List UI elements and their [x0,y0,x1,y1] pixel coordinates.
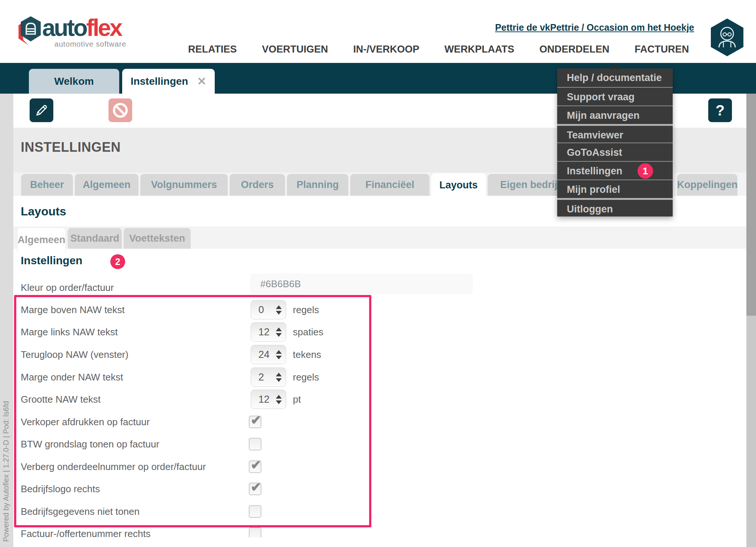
checkmark-icon: ✔ [251,457,261,472]
stepper-arrows-icon[interactable] [275,373,286,382]
form-row: Marge boven NAW tekst0regels [13,299,532,321]
arrow-down-icon[interactable] [276,356,282,359]
subtab-voetteksten[interactable]: Voetteksten [124,228,191,249]
arrow-up-icon[interactable] [276,373,282,376]
checkbox[interactable]: ✔ [249,416,261,428]
arrow-down-icon[interactable] [276,333,282,337]
checkmark-icon: ✔ [251,413,261,427]
color-input[interactable]: #6B6B6B [250,274,473,294]
arrow-up-icon[interactable] [276,328,282,331]
tab-koppelingen[interactable]: Koppelingen [677,174,737,196]
checkbox[interactable]: ✔ [249,460,261,473]
checkbox[interactable]: ✔ [249,438,261,450]
tab-planning[interactable]: Planning [287,174,348,196]
window-tab-welkom[interactable]: Welkom [29,69,119,94]
stepper-value: 24 [251,349,275,360]
vertical-scrollbar[interactable] [746,94,756,547]
top-header: autoflex automotive software RELATIESVOE… [0,0,756,63]
tab-volgnummers[interactable]: Volgnummers [140,174,228,196]
logo-wordmark: autoflex [42,14,121,41]
arrow-up-icon[interactable] [276,350,282,354]
number-stepper[interactable]: 24 [251,345,286,364]
unit-label: regels [293,372,319,383]
form-row: Marge onder NAW tekst2regels [13,366,532,388]
form-row: Verberg onderdeelnummer op order/factuur… [13,456,532,478]
form-row: BTW grondslag tonen op factuur✔ [13,433,532,455]
field-label: Marge onder NAW tekst [21,372,123,383]
edit-button[interactable] [30,98,53,122]
tab-beheer[interactable]: Beheer [21,174,73,196]
number-stepper[interactable]: 12 [251,322,286,342]
form-row: Bedrijfslogo rechts✔ [13,478,532,500]
nav-item-relaties[interactable]: RELATIES [188,44,237,55]
tab-financi-el[interactable]: Financiëel [350,174,429,196]
nav-item-in-verkoop[interactable]: IN-/VERKOOP [353,44,419,55]
stepper-value: 0 [251,304,275,316]
nav-item-werkplaats[interactable]: WERKPLAATS [445,44,515,55]
close-tab-icon[interactable]: ✕ [197,75,206,88]
subtab-algemeen[interactable]: Algemeen [17,227,66,252]
menu-item-mijn-profiel[interactable]: Mijn profiel [557,179,673,198]
stepper-arrows-icon[interactable] [275,328,286,337]
annotation-badge-2: 2 [110,254,125,269]
form-row: Verkoper afdrukken op factuur✔ [13,411,532,433]
user-account-link[interactable]: Pettrie de vkPettrie / Occasion om het H… [495,22,694,33]
stepper-arrows-icon[interactable] [275,395,286,404]
viewport-clip [13,537,746,547]
field-label: BTW grondslag tonen op factuur [21,439,159,450]
window-tab-instellingen[interactable]: Instellingen ✕ [122,69,215,94]
menu-item-mijn-aanvragen[interactable]: Mijn aanvragen [557,105,673,124]
form-row: Marge links NAW tekst12spaties [13,321,532,343]
field-label: Bedrijfslogo rechts [21,483,100,495]
field-label: Marge boven NAW tekst [21,304,125,316]
logo-tagline: automotive software [54,40,126,48]
arrow-up-icon[interactable] [276,395,282,399]
powered-by-text: Powered by Autoflex | 1.27.0-D | Pod: ls… [2,312,10,542]
arrow-down-icon[interactable] [276,311,282,315]
subtab-standaard[interactable]: Standaard [68,228,122,249]
field-label: Terugloop NAW (venster) [21,349,128,360]
arrow-down-icon[interactable] [276,378,282,382]
menu-item-support-vraag[interactable]: Support vraag [557,87,673,105]
menu-item-uitloggen[interactable]: Uitloggen [557,198,673,217]
arrow-up-icon[interactable] [276,305,282,309]
app-window: autoflex automotive software RELATIESVOE… [0,0,756,547]
checkbox[interactable]: ✔ [249,505,261,518]
layouts-subtab-strip: AlgemeenStandaardVoetteksten [13,226,746,249]
tab-orders[interactable]: Orders [230,174,285,196]
number-stepper[interactable]: 2 [251,368,286,387]
settings-section-title: Instellingen [21,254,83,267]
scrollbar-thumb[interactable] [746,94,756,316]
nav-item-voertuigen[interactable]: VOERTUIGEN [262,44,328,55]
stepper-value: 12 [251,326,275,338]
arrow-down-icon[interactable] [276,400,282,404]
pencil-icon [34,103,49,118]
nav-item-onderdelen[interactable]: ONDERDELEN [539,44,609,55]
form-row: Terugloop NAW (venster)24tekens [13,343,532,366]
stepper-arrows-icon[interactable] [275,350,286,359]
unit-label: tekens [293,349,321,360]
menu-item-instellingen[interactable]: Instellingen1 [557,161,673,179]
nav-item-facturen[interactable]: FACTUREN [635,44,689,55]
tab-algemeen[interactable]: Algemeen [75,174,138,196]
layouts-content: Layouts AlgemeenStandaardVoetteksten Ins… [13,196,746,537]
unit-label: regels [293,304,319,316]
field-label: Verberg onderdeelnummer op order/factuur [21,461,206,473]
stepper-arrows-icon[interactable] [275,305,286,315]
cancel-button[interactable] [108,98,132,122]
field-label: Bedrijfsgegevens niet tonen [21,506,140,517]
avatar-icon[interactable] [709,18,745,57]
number-stepper[interactable]: 12 [251,390,286,409]
number-stepper[interactable]: 0 [251,300,286,319]
field-label: Grootte NAW tekst [21,394,101,405]
stepper-value: 2 [251,372,275,383]
checkbox[interactable]: ✔ [249,483,261,495]
user-dropdown-menu: Help / documentatieSupport vraagMijn aan… [557,68,673,217]
menu-item-teamviewer[interactable]: Teamviewer [557,124,673,142]
section-title: Layouts [21,205,66,218]
help-button[interactable]: ? [708,98,732,122]
autoflex-logo: autoflex automotive software [19,16,167,53]
page-title: INSTELLINGEN [21,140,121,155]
tab-layouts[interactable]: Layouts [431,173,486,197]
menu-item-gotoassist[interactable]: GoToAssist [557,142,673,161]
